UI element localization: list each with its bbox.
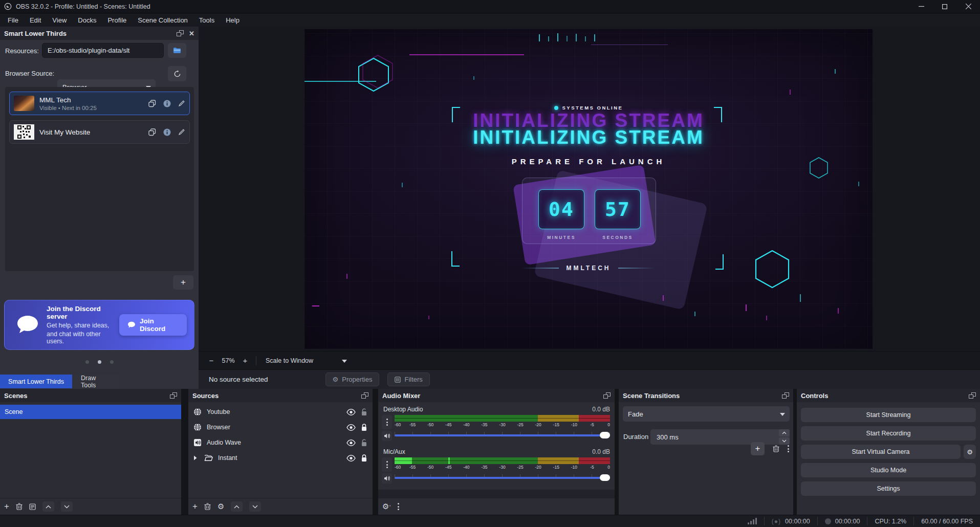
add-scene-icon[interactable]: + — [4, 501, 9, 512]
copy-icon[interactable] — [148, 128, 156, 136]
expand-caret-icon[interactable] — [193, 455, 197, 460]
edit-pencil-icon[interactable] — [178, 128, 185, 136]
zoom-out-button[interactable]: − — [205, 355, 218, 367]
source-row-instant-group[interactable]: Instant — [188, 450, 373, 466]
start-streaming-button[interactable]: Start Streaming — [801, 408, 976, 422]
toolbar-separator — [256, 356, 256, 365]
program-preview-canvas[interactable]: SYSTEMS ONLINE INITIALIZING STREAM INITI… — [304, 29, 873, 349]
join-discord-button[interactable]: Join Discord — [119, 314, 187, 336]
copy-icon[interactable] — [148, 100, 156, 107]
eye-visible-icon[interactable] — [346, 440, 356, 446]
channel-menu-kebab-button[interactable] — [382, 457, 392, 472]
carousel-dots[interactable] — [0, 360, 199, 364]
move-scene-up-button[interactable] — [42, 501, 54, 512]
mute-speaker-button[interactable] — [382, 473, 392, 484]
source-row-browser[interactable]: Browser — [188, 420, 373, 435]
resources-input[interactable]: E:/obs-studio/plugin-data/slt — [42, 43, 164, 58]
eye-visible-icon[interactable] — [346, 455, 356, 462]
volume-slider-handle[interactable] — [600, 432, 610, 438]
maximize-button[interactable] — [933, 0, 956, 13]
close-dock-icon[interactable]: ✕ — [189, 30, 194, 37]
menu-view[interactable]: View — [47, 14, 72, 26]
eye-visible-icon[interactable] — [346, 409, 356, 415]
menu-tools[interactable]: Tools — [193, 14, 220, 26]
popout-icon[interactable] — [170, 392, 177, 399]
source-row-audio-wave[interactable]: Audio Wave — [188, 435, 373, 450]
transitions-dock-title: Scene Transitions — [623, 392, 680, 400]
broadcast-icon: (●) — [772, 518, 781, 525]
zoom-in-button[interactable]: + — [238, 355, 252, 367]
studio-mode-button[interactable]: Studio Mode — [801, 463, 976, 477]
carousel-dot[interactable] — [85, 360, 89, 364]
brand-label: MMLTECH — [566, 265, 611, 272]
virtual-camera-config-button[interactable]: ⚙ — [964, 445, 976, 459]
volume-slider[interactable] — [395, 474, 610, 482]
brand-row: MMLTECH — [304, 265, 873, 272]
minutes-box: 04 — [538, 189, 584, 229]
info-icon[interactable] — [163, 100, 171, 107]
tab-smart-lower-thirds[interactable]: Smart Lower Thirds — [0, 375, 72, 388]
eye-visible-icon[interactable] — [346, 424, 356, 431]
settings-button[interactable]: Settings — [801, 481, 976, 496]
menu-bar: File Edit View Docks Profile Scene Colle… — [0, 14, 980, 27]
lock-closed-icon[interactable] — [361, 424, 367, 431]
start-recording-button[interactable]: Start Recording — [801, 426, 976, 441]
list-item-mml-tech[interactable]: MML Tech Visible • Next in 00:25 — [9, 92, 190, 115]
edit-pencil-icon[interactable] — [178, 100, 185, 107]
tab-draw-tools[interactable]: Draw Tools — [74, 375, 118, 388]
volume-slider-handle[interactable] — [600, 474, 610, 481]
channel-menu-kebab-button[interactable] — [382, 415, 392, 429]
mixer-menu-kebab-icon[interactable] — [398, 503, 399, 510]
info-icon[interactable] — [163, 128, 171, 136]
lock-open-icon[interactable] — [361, 408, 367, 416]
popout-icon[interactable] — [361, 392, 368, 399]
add-lower-third-button[interactable]: + — [173, 275, 193, 290]
minimize-button[interactable] — [909, 0, 933, 13]
carousel-dot-active[interactable] — [98, 360, 101, 364]
controls-dock: Controls Start Streaming Start Recording… — [797, 389, 980, 515]
spin-up-button[interactable] — [779, 429, 790, 436]
source-name: Browser — [207, 424, 341, 431]
volume-slider[interactable] — [395, 431, 610, 440]
close-button[interactable] — [956, 0, 980, 13]
add-source-icon[interactable]: + — [192, 501, 198, 512]
remove-source-trash-icon[interactable] — [204, 503, 211, 510]
scene-list-item-selected[interactable]: Scene — [0, 405, 181, 419]
move-source-down-button[interactable] — [249, 501, 261, 512]
mute-speaker-button[interactable] — [382, 431, 392, 441]
lock-closed-icon[interactable] — [361, 454, 367, 462]
list-item-visit-my-website[interactable]: Visit My Website — [9, 120, 190, 144]
add-transition-button[interactable]: + — [751, 442, 765, 455]
channel-name: Desktop Audio — [383, 406, 423, 413]
scale-mode-select[interactable]: Scale to Window — [260, 357, 352, 364]
start-virtual-camera-button[interactable]: Start Virtual Camera — [801, 445, 961, 459]
channel-db-value: 0.0 dB — [592, 406, 610, 413]
properties-button[interactable]: ⚙ Properties — [325, 372, 380, 386]
filters-button[interactable]: Filters — [387, 372, 429, 386]
item-title: Visit My Website — [39, 128, 148, 136]
popout-icon[interactable] — [177, 30, 184, 36]
transition-select[interactable]: Fade — [623, 406, 790, 422]
move-source-up-button[interactable] — [231, 501, 243, 512]
lock-open-icon[interactable] — [361, 439, 367, 447]
menu-profile[interactable]: Profile — [102, 14, 132, 26]
popout-icon[interactable] — [782, 392, 789, 399]
carousel-dot[interactable] — [110, 360, 114, 364]
popout-icon[interactable] — [969, 392, 976, 399]
menu-file[interactable]: File — [2, 14, 24, 26]
menu-help[interactable]: Help — [220, 14, 245, 26]
browse-resources-button[interactable] — [168, 43, 186, 58]
remove-scene-trash-icon[interactable] — [16, 503, 23, 510]
menu-edit[interactable]: Edit — [24, 14, 47, 26]
source-row-youtube[interactable]: Youtube — [188, 404, 373, 420]
menu-docks[interactable]: Docks — [72, 14, 102, 26]
transition-properties-kebab-icon[interactable] — [788, 445, 789, 452]
advanced-audio-gear-icon[interactable]: ⚙° — [382, 502, 391, 511]
remove-transition-trash-icon[interactable] — [773, 445, 779, 452]
source-properties-gear-icon[interactable]: ⚙ — [217, 502, 224, 511]
scene-filters-icon[interactable] — [29, 503, 36, 510]
popout-icon[interactable] — [603, 392, 611, 399]
menu-scene-collection[interactable]: Scene Collection — [132, 14, 193, 26]
move-scene-down-button[interactable] — [61, 501, 73, 512]
refresh-button[interactable] — [168, 66, 186, 81]
